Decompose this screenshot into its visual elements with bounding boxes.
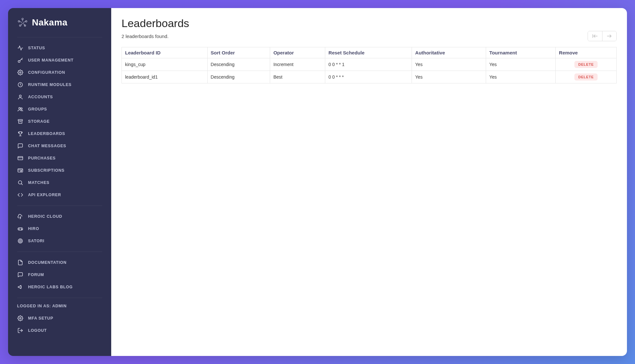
file-icon <box>17 259 24 266</box>
cell-authoritative: Yes <box>412 58 486 71</box>
nav-main: StatusUser ManagementConfigurationRuntim… <box>8 40 111 203</box>
sidebar-item-label: MFA Setup <box>28 316 53 321</box>
cell-id: kings_cup <box>122 58 208 71</box>
divider <box>17 252 102 252</box>
sidebar-item-purchases[interactable]: Purchases <box>8 152 111 164</box>
key-icon <box>17 57 24 63</box>
sidebar-item-chat-messages[interactable]: Chat Messages <box>8 140 111 152</box>
trophy-icon <box>17 130 24 137</box>
svg-point-2 <box>25 21 27 22</box>
svg-point-1 <box>18 21 20 22</box>
logout-icon <box>17 327 24 334</box>
sidebar-item-accounts[interactable]: Accounts <box>8 91 111 103</box>
sidebar-item-documentation[interactable]: Documentation <box>8 256 111 269</box>
gamepad-icon <box>17 225 24 232</box>
svg-point-25 <box>20 241 21 241</box>
sidebar-item-label: Heroic Labs Blog <box>28 285 73 289</box>
col-leaderboard-id[interactable]: Leaderboard ID <box>122 47 208 58</box>
svg-point-9 <box>19 107 20 109</box>
cell-sort_order: Descending <box>207 71 270 83</box>
table-header-row: Leaderboard ID Sort Order Operator Reset… <box>122 47 617 58</box>
page-title: Leaderboards <box>122 17 617 30</box>
users-icon <box>17 106 24 112</box>
sidebar-item-label: Heroic Cloud <box>28 214 62 219</box>
svg-point-8 <box>19 95 21 97</box>
leaderboards-table: Leaderboard ID Sort Order Operator Reset… <box>122 47 617 83</box>
col-remove: Remove <box>556 47 617 58</box>
sidebar-item-runtime-modules[interactable]: Runtime Modules <box>8 79 111 91</box>
sidebar-item-label: Subscriptions <box>28 168 64 173</box>
delete-button[interactable]: Delete <box>574 61 598 68</box>
sidebar-item-groups[interactable]: Groups <box>8 103 111 115</box>
divider <box>17 37 102 37</box>
sidebar-item-storage[interactable]: Storage <box>8 115 111 128</box>
svg-point-21 <box>21 228 22 229</box>
sidebar-item-label: API Explorer <box>28 193 61 197</box>
sidebar-item-heroic-cloud[interactable]: Heroic Cloud <box>8 210 111 223</box>
sidebar-item-forum[interactable]: Forum <box>8 269 111 281</box>
brand-logo-icon <box>17 17 28 28</box>
search-icon <box>17 179 24 186</box>
sidebar-item-label: Logout <box>28 328 47 333</box>
cell-operator: Increment <box>270 58 325 71</box>
pager-prev-button[interactable] <box>588 31 602 41</box>
chat-icon <box>17 272 24 278</box>
user-icon <box>17 94 24 100</box>
app-shell: Nakama StatusUser ManagementConfiguratio… <box>8 8 627 356</box>
sidebar-item-label: Configuration <box>28 70 65 75</box>
delete-button[interactable]: Delete <box>574 73 598 81</box>
topbar: 2 leaderboards found. <box>122 31 617 41</box>
table-row[interactable]: kings_cupDescendingIncrement0 0 * * 1Yes… <box>122 58 617 71</box>
svg-line-17 <box>21 184 22 185</box>
sidebar-item-logout[interactable]: Logout <box>8 324 111 337</box>
brand: Nakama <box>8 13 111 34</box>
sidebar-item-mfa-setup[interactable]: MFA Setup <box>8 312 111 324</box>
sidebar-item-label: Forum <box>28 273 44 277</box>
sidebar-item-heroic-labs-blog[interactable]: Heroic Labs Blog <box>8 281 111 293</box>
main-content: Leaderboards 2 leaderboards found. <box>111 8 627 356</box>
cell-tournament: Yes <box>486 58 556 71</box>
cell-operator: Best <box>270 71 325 83</box>
sidebar-item-api-explorer[interactable]: API Explorer <box>8 189 111 201</box>
sidebar-item-subscriptions[interactable]: Subscriptions <box>8 164 111 177</box>
sidebar-item-satori[interactable]: Satori <box>8 235 111 247</box>
nav-docs: DocumentationForumHeroic Labs Blog <box>8 254 111 295</box>
sidebar-item-hiro[interactable]: Hiro <box>8 223 111 235</box>
pager-next-button[interactable] <box>602 31 616 41</box>
sidebar-item-label: Satori <box>28 239 44 243</box>
sidebar-item-label: Storage <box>28 119 50 124</box>
sidebar-item-configuration[interactable]: Configuration <box>8 66 111 79</box>
chat-icon <box>17 143 24 149</box>
col-authoritative: Authoritative <box>412 47 486 58</box>
cell-authoritative: Yes <box>412 71 486 83</box>
card-icon <box>17 155 24 161</box>
cell-id: leaderboard_id1 <box>122 71 208 83</box>
svg-rect-12 <box>18 157 23 160</box>
col-operator[interactable]: Operator <box>270 47 325 58</box>
sidebar-item-label: Hiro <box>28 226 39 231</box>
cloud-bolt-icon <box>17 213 24 220</box>
divider <box>17 298 102 298</box>
sidebar-item-label: Groups <box>28 107 47 111</box>
gear-icon <box>17 69 24 76</box>
divider <box>17 206 102 206</box>
sidebar-item-label: User Management <box>28 58 73 62</box>
nav-external: Heroic CloudHiroSatori <box>8 208 111 249</box>
megaphone-icon <box>17 284 24 290</box>
sidebar-item-user-management[interactable]: User Management <box>8 54 111 66</box>
clock-icon <box>17 81 24 88</box>
archive-icon <box>17 118 24 125</box>
card-repeat-icon <box>17 167 24 174</box>
svg-point-0 <box>22 18 24 20</box>
sidebar-item-label: Documentation <box>28 260 67 265</box>
cell-remove: Delete <box>556 58 617 71</box>
cell-reset_schedule: 0 0 * * * <box>325 71 412 83</box>
sidebar-item-leaderboards[interactable]: Leaderboards <box>8 128 111 140</box>
svg-point-6 <box>20 72 21 73</box>
col-sort-order[interactable]: Sort Order <box>207 47 270 58</box>
sidebar-item-status[interactable]: Status <box>8 42 111 54</box>
cell-tournament: Yes <box>486 71 556 83</box>
table-row[interactable]: leaderboard_id1DescendingBest0 0 * * *Ye… <box>122 71 617 83</box>
sidebar-item-matches[interactable]: Matches <box>8 177 111 189</box>
nav-account: MFA SetupLogout <box>8 310 111 339</box>
